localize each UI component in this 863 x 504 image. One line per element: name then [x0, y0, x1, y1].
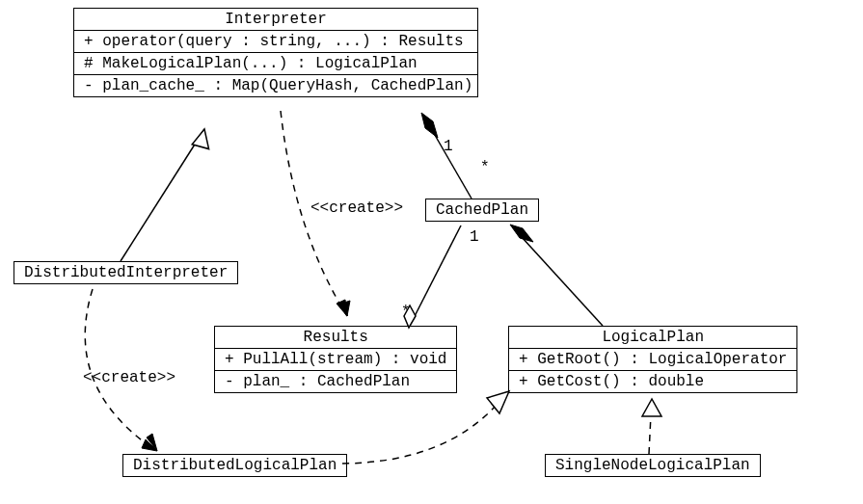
class-row: + operator(query : string, ...) : Result… [74, 30, 477, 52]
arrow-head [142, 439, 157, 451]
class-distributed-interpreter: DistributedInterpreter [13, 261, 238, 284]
class-results: Results + PullAll(stream) : void - plan_… [214, 326, 457, 393]
edge-composition [522, 237, 603, 326]
arrow-hollow-triangle [487, 391, 509, 413]
class-title: CachedPlan [426, 199, 538, 221]
arrow-head [147, 434, 157, 451]
edge-realization [342, 405, 497, 464]
diamond-filled [510, 225, 533, 242]
class-interpreter: Interpreter + operator(query : string, .… [73, 8, 478, 97]
multiplicity: * [480, 159, 490, 176]
class-title: DistributedInterpreter [14, 262, 237, 283]
stereotype-create: <<create>> [83, 369, 175, 386]
edge-aggregation [413, 225, 461, 320]
edge-composition [428, 123, 472, 199]
class-row: - plan_cache_ : Map(QueryHash, CachedPla… [74, 74, 477, 96]
class-distributed-logical-plan: DistributedLogicalPlan [122, 454, 347, 477]
arrow-head [341, 301, 350, 316]
class-title: Results [215, 327, 456, 348]
multiplicity: * [401, 304, 411, 321]
class-title: Interpreter [74, 9, 477, 30]
arrow-hollow-triangle [189, 129, 211, 153]
arrow-head [337, 300, 347, 316]
class-title: DistributedLogicalPlan [123, 455, 346, 476]
multiplicity: 1 [444, 138, 453, 155]
class-title: LogicalPlan [509, 327, 796, 348]
class-single-node-logical-plan: SingleNodeLogicalPlan [545, 454, 761, 477]
class-row: + PullAll(stream) : void [215, 348, 456, 370]
class-row: + GetCost() : double [509, 370, 796, 392]
class-row: + GetRoot() : LogicalOperator [509, 348, 796, 370]
class-title: SingleNodeLogicalPlan [546, 455, 760, 476]
diamond-filled [421, 113, 438, 138]
arrow-hollow-triangle [642, 399, 661, 416]
class-logical-plan: LogicalPlan + GetRoot() : LogicalOperato… [508, 326, 797, 393]
class-row: # MakeLogicalPlan(...) : LogicalPlan [74, 52, 477, 74]
multiplicity: 1 [470, 228, 479, 246]
edge-realization [649, 414, 651, 454]
class-cached-plan: CachedPlan [425, 199, 539, 222]
class-row: - plan_ : CachedPlan [215, 370, 456, 392]
edge-generalization [121, 129, 204, 261]
stereotype-create: <<create>> [310, 199, 403, 217]
